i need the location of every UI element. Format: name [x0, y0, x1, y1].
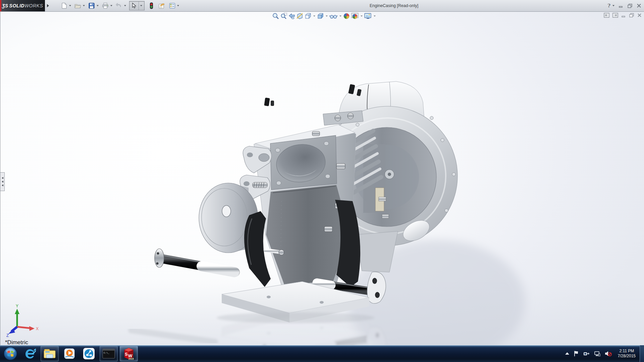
brand-name-2: WORKS [24, 3, 43, 8]
open-document-dropdown[interactable] [83, 5, 85, 6]
hide-show-items-icon[interactable] [329, 12, 338, 20]
zoom-to-area-icon[interactable] [280, 12, 287, 20]
options-dropdown[interactable] [177, 5, 179, 6]
clock-time: 2:11 PM [618, 349, 636, 354]
show-desktop-button[interactable] [640, 345, 644, 362]
options-icon[interactable] [168, 2, 176, 9]
quick-access-toolbar [60, 0, 182, 11]
view-orientation-label: *Dimetric [5, 339, 28, 345]
file-properties-group [158, 1, 165, 10]
network-icon[interactable] [594, 351, 600, 357]
command-prompt-text: C:\_ [104, 352, 110, 354]
network-node-app-icon [83, 348, 95, 360]
display-style-icon[interactable] [317, 12, 324, 20]
print-icon[interactable] [102, 2, 109, 9]
menu-flyout-arrow[interactable] [47, 4, 49, 7]
sw-letter-s: S [125, 352, 128, 357]
collapse-arrow-icon [2, 184, 3, 186]
apply-scene-icon[interactable] [351, 12, 359, 20]
window-title: EngineCasing [Read-only] [370, 0, 418, 11]
save-dropdown[interactable] [97, 5, 99, 6]
view-settings-dropdown[interactable] [374, 15, 376, 17]
new-document-group [60, 1, 71, 10]
solidworks-2015-icon: S W 2015 [123, 347, 135, 360]
open-document-group [74, 1, 85, 10]
undo-dropdown[interactable] [124, 5, 126, 6]
taskbar-item-command-prompt[interactable]: C:\_ [100, 346, 118, 361]
collapse-arrow-icon [2, 181, 3, 183]
taskbar-item-solidworks[interactable]: S W 2015 [120, 346, 138, 361]
volume-muted-icon[interactable] [604, 351, 612, 357]
document-window-controls [604, 13, 642, 18]
rebuild-traffic-light-icon[interactable] [148, 2, 155, 9]
logo-red-strip [0, 0, 1, 11]
print-group [102, 1, 112, 10]
options-group [168, 1, 179, 10]
select-tool-group [129, 1, 145, 10]
taskbar-item-internet-explorer[interactable] [21, 346, 39, 361]
rebuild-group [148, 1, 155, 10]
solidworks-menu-button[interactable]: ƷSSOLIDWORKS [0, 0, 45, 11]
taskbar-item-media-player[interactable] [61, 346, 78, 361]
show-hidden-icons-button[interactable] [565, 352, 570, 355]
close-icon[interactable] [637, 3, 641, 8]
triad-y-label: Y [16, 304, 18, 308]
view-orientation-dropdown[interactable] [313, 15, 315, 17]
solidworks-screen: ƷSSOLIDWORKS [0, 0, 644, 362]
minimize-icon[interactable] [619, 3, 623, 8]
heads-up-view-toolbar [272, 12, 377, 20]
save-icon[interactable] [88, 2, 95, 9]
undo-group [115, 1, 126, 10]
windows-taskbar: C:\_ S W 2015 2:11 PM 7/28/2015 [0, 345, 644, 362]
select-tool-dropdown[interactable] [139, 1, 144, 10]
engine-casing-model[interactable] [0, 11, 644, 345]
action-center-flag-icon[interactable] [574, 351, 579, 357]
system-tray: 2:11 PM 7/28/2015 [565, 349, 638, 359]
triad-x-label: X [36, 326, 39, 331]
restore-icon[interactable] [627, 3, 633, 8]
previous-view-icon[interactable] [288, 12, 296, 20]
help-dropdown[interactable] [612, 5, 614, 6]
zoom-to-fit-icon[interactable] [272, 12, 279, 20]
hide-show-items-dropdown[interactable] [339, 15, 341, 17]
show-left-pane-icon[interactable] [604, 13, 609, 18]
restore-document-icon[interactable] [629, 13, 634, 17]
windows-explorer-icon [43, 348, 56, 359]
title-bar: ƷSSOLIDWORKS [0, 0, 644, 12]
base-contact-shadow [217, 312, 374, 323]
taskbar-clock[interactable]: 2:11 PM 7/28/2015 [616, 349, 638, 359]
collapse-arrow-icon [2, 177, 3, 179]
display-style-dropdown[interactable] [326, 15, 328, 17]
brand-name: SOLID [9, 3, 24, 8]
edit-appearance-icon[interactable] [343, 12, 350, 20]
view-settings-icon[interactable] [364, 12, 372, 20]
solidworks-logo: ƷSSOLIDWORKS [2, 3, 43, 8]
minimize-document-icon[interactable] [621, 13, 626, 17]
apply-scene-dropdown[interactable] [361, 15, 363, 17]
new-document-icon[interactable] [60, 2, 68, 9]
open-document-icon[interactable] [74, 2, 82, 9]
save-group [88, 1, 99, 10]
show-right-pane-icon[interactable] [612, 13, 618, 18]
command-prompt-icon: C:\_ [102, 349, 115, 359]
file-properties-icon[interactable] [158, 2, 165, 9]
view-orientation-icon[interactable] [304, 12, 312, 20]
start-button[interactable] [3, 346, 18, 361]
feature-manager-collapsed-tab[interactable] [0, 172, 5, 191]
print-dropdown[interactable] [110, 5, 112, 6]
clock-date: 7/28/2015 [618, 354, 636, 359]
select-cursor-icon[interactable] [130, 2, 138, 9]
close-document-icon[interactable] [637, 13, 642, 17]
taskbar-item-network-node-app[interactable] [80, 346, 98, 361]
sw-year: 2015 [128, 358, 134, 360]
section-view-icon[interactable] [296, 12, 304, 20]
taskbar-item-windows-explorer[interactable] [41, 346, 59, 361]
graphics-viewport[interactable]: Y X Z *Dimetric [0, 11, 644, 345]
reference-triad: Y X Z [4, 303, 41, 337]
help-icon[interactable]: ? [607, 3, 610, 9]
new-document-dropdown[interactable] [69, 5, 71, 6]
undo-icon[interactable] [115, 2, 123, 9]
power-plug-icon[interactable] [583, 351, 590, 357]
caption-buttons: ? [607, 0, 641, 11]
triad-z-label: Z [6, 333, 9, 337]
